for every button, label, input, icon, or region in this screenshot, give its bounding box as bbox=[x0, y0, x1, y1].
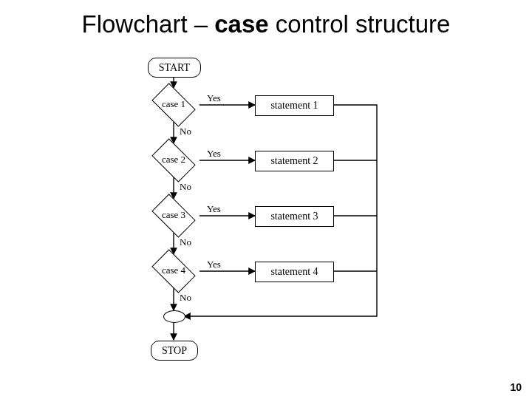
stop-label: STOP bbox=[162, 345, 187, 356]
statement-1-label: statement 1 bbox=[270, 100, 318, 111]
decision-case-3: case 3 bbox=[148, 199, 200, 232]
stop-terminal: STOP bbox=[151, 341, 198, 361]
connector bbox=[163, 310, 185, 323]
slide-title: Flowchart – case control structure bbox=[0, 10, 532, 38]
page-number: 10 bbox=[510, 381, 522, 393]
yes-label-3: Yes bbox=[207, 203, 221, 215]
start-label: START bbox=[159, 62, 190, 73]
statement-2-label: statement 2 bbox=[270, 155, 318, 166]
title-emphasis: case bbox=[214, 10, 268, 38]
decision-case-2: case 2 bbox=[148, 143, 200, 177]
statement-3-label: statement 3 bbox=[270, 211, 318, 222]
yes-label-4: Yes bbox=[207, 259, 221, 270]
title-text-pre: Flowchart – bbox=[82, 10, 215, 38]
decision-case-1: case 1 bbox=[148, 88, 200, 121]
flowchart: START case 1 Yes No statement 1 case 2 Y… bbox=[118, 55, 436, 373]
decision-case-4: case 4 bbox=[148, 254, 200, 287]
yes-label-1: Yes bbox=[207, 92, 221, 104]
yes-label-2: Yes bbox=[207, 148, 221, 160]
title-text-post: control structure bbox=[269, 10, 451, 38]
start-terminal: START bbox=[148, 58, 201, 78]
no-label-3: No bbox=[180, 236, 191, 248]
case-2-label: case 2 bbox=[162, 154, 185, 165]
statement-4-label: statement 4 bbox=[270, 266, 318, 277]
no-label-4: No bbox=[180, 292, 191, 304]
no-label-2: No bbox=[180, 181, 191, 193]
no-label-1: No bbox=[180, 126, 191, 137]
slide: Flowchart – case control structure bbox=[0, 0, 532, 399]
statement-2: statement 2 bbox=[255, 151, 334, 171]
case-3-label: case 3 bbox=[162, 210, 185, 220]
case-4-label: case 4 bbox=[162, 265, 185, 276]
statement-4: statement 4 bbox=[255, 262, 334, 282]
statement-1: statement 1 bbox=[255, 95, 334, 116]
statement-3: statement 3 bbox=[255, 206, 334, 227]
case-1-label: case 1 bbox=[162, 99, 185, 109]
